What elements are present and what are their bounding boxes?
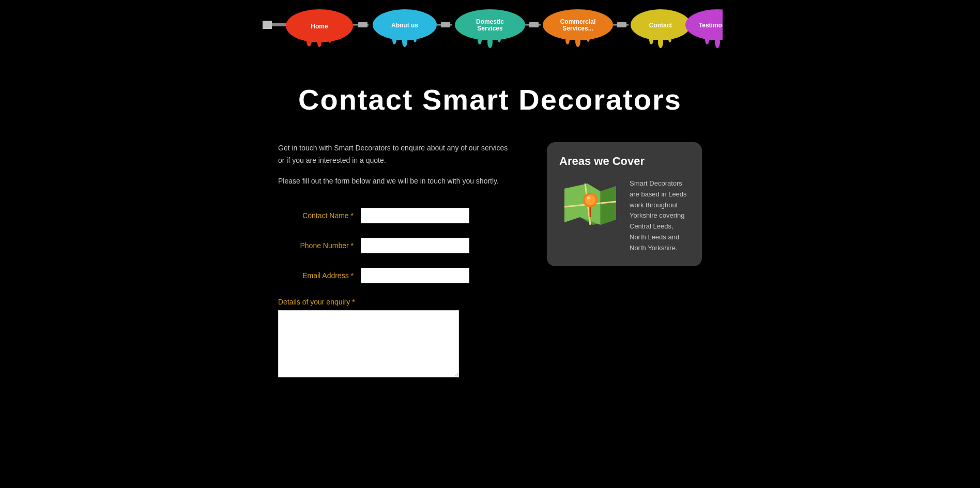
svg-point-45 [585,195,595,205]
enquiry-textarea[interactable] [278,310,459,377]
svg-point-28 [658,36,663,48]
svg-point-34 [715,36,720,48]
main-content: Contact Smart Decorators Get in touch wi… [257,57,723,388]
email-address-input[interactable] [361,268,469,283]
intro-text-2: Please fill out the form below and we wi… [278,175,516,188]
svg-point-22 [575,36,580,47]
nav-home-label: Home [311,23,328,30]
svg-point-29 [668,35,671,42]
svg-point-27 [649,35,653,44]
areas-content: Smart Decorators are based in Leeds work… [559,178,690,254]
svg-point-3 [307,36,312,47]
intro-text-1: Get in touch with Smart Decorators to en… [278,142,516,167]
contact-name-input[interactable] [361,208,469,223]
svg-rect-13 [441,22,450,27]
nav-commercial-label-1: Commercial [560,18,596,25]
map-icon [559,178,621,235]
page-wrapper: Home About us Domestic Services [0,0,980,488]
contact-form: Contact Name * Phone Number * Email Addr… [278,208,516,377]
svg-point-21 [565,35,570,44]
svg-rect-19 [529,22,539,27]
svg-rect-7 [358,22,368,27]
contact-name-label: Contact Name * [278,211,361,220]
left-section: Get in touch with Smart Decorators to en… [278,142,516,377]
contact-name-row: Contact Name * [278,208,516,223]
areas-description: Smart Decorators are based in Leeds work… [630,178,690,254]
svg-rect-1 [263,21,272,29]
nav-testimonials-label: Testimonials [699,22,723,29]
nav-domestic-label-1: Domestic [476,18,504,25]
svg-point-5 [328,37,331,43]
areas-title: Areas we Cover [559,155,690,168]
svg-point-16 [487,36,493,48]
phone-number-label: Phone Number * [278,241,361,250]
svg-point-10 [402,36,407,47]
svg-point-46 [587,196,590,200]
nav-commercial-label-2: Services... [562,25,593,32]
svg-point-11 [414,35,417,42]
svg-point-9 [392,35,396,44]
enquiry-row: Details of your enquiry * [278,298,516,377]
page-title: Contact Smart Decorators [278,83,702,116]
nav-domestic-label-2: Services [477,25,503,32]
svg-rect-25 [617,22,626,27]
svg-point-4 [317,39,321,47]
content-layout: Get in touch with Smart Decorators to en… [278,142,702,377]
enquiry-label: Details of your enquiry * [278,298,355,306]
svg-point-23 [587,35,590,42]
areas-box: Areas we Cover [547,142,702,266]
right-section: Areas we Cover [547,142,702,266]
svg-point-15 [478,35,482,44]
nav-bar: Home About us Domestic Services [0,0,980,57]
nav-svg: Home About us Domestic Services [257,3,723,54]
svg-point-33 [705,35,709,44]
email-address-row: Email Address * [278,268,516,283]
svg-point-17 [498,35,501,42]
phone-number-row: Phone Number * [278,238,516,253]
phone-number-input[interactable] [361,238,469,253]
nav-about-label: About us [391,22,418,29]
nav-contact-label: Contact [649,22,672,29]
email-address-label: Email Address * [278,271,361,280]
